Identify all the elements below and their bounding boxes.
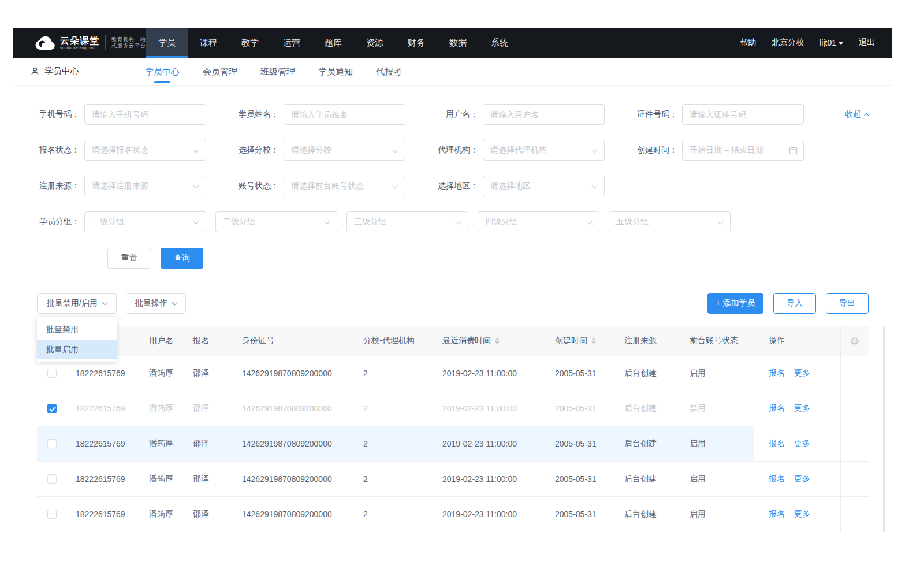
export-button[interactable]: 导出 bbox=[826, 293, 869, 314]
cell-enroll: 邵泽 bbox=[184, 356, 233, 391]
search-button[interactable]: 查询 bbox=[161, 248, 203, 269]
menu-item-resources[interactable]: 资源 bbox=[354, 28, 396, 58]
table-row: 18222615769 潘筠厚 邵泽 14262919870809200000 … bbox=[37, 356, 869, 391]
row-checkbox[interactable] bbox=[47, 369, 57, 378]
header-actions: 操作 bbox=[754, 326, 840, 356]
more-link[interactable]: 更多 bbox=[794, 403, 810, 414]
created-time-label: 创建时间： bbox=[634, 145, 677, 155]
group-level4-select[interactable]: 四级分组 bbox=[478, 211, 599, 232]
student-name-label: 学员姓名： bbox=[235, 109, 279, 120]
import-button[interactable]: 导入 bbox=[773, 293, 816, 314]
sort-icon[interactable] bbox=[495, 337, 500, 344]
menu-item-question-bank[interactable]: 题库 bbox=[312, 28, 354, 58]
section-tabs: 学员中心 会员管理 班级管理 学员通知 代报考 bbox=[145, 58, 402, 85]
help-link[interactable]: 帮助 bbox=[740, 38, 756, 48]
more-link[interactable]: 更多 bbox=[794, 368, 810, 378]
tab-student-notice[interactable]: 学员通知 bbox=[318, 58, 353, 85]
account-status-select[interactable]: 请选择前台账号状态 bbox=[284, 176, 405, 196]
more-link[interactable]: 更多 bbox=[794, 509, 810, 519]
user-menu[interactable]: lijt01 bbox=[819, 38, 843, 47]
vertical-scrollbar[interactable] bbox=[883, 326, 885, 532]
cell-phone: 18222615769 bbox=[66, 391, 140, 426]
row-checkbox[interactable] bbox=[47, 439, 57, 448]
cell-status: 禁用 bbox=[680, 391, 754, 426]
cell-idcard: 14262919870809200000 bbox=[233, 497, 354, 532]
cell-last-consume: 2019-02-23 11:00:00 bbox=[433, 497, 546, 532]
tab-class-management[interactable]: 班级管理 bbox=[260, 58, 295, 85]
cell-phone: 18222615769 bbox=[66, 426, 140, 461]
menu-item-courses[interactable]: 课程 bbox=[188, 28, 229, 58]
agency-select[interactable]: 请选择代理机构 bbox=[483, 140, 605, 161]
batch-actions-dropdown[interactable]: 批量操作 bbox=[126, 293, 186, 314]
batch-dropdown-menu: 批量禁用 批量启用 bbox=[37, 317, 117, 362]
add-student-button[interactable]: + 添加学员 bbox=[707, 293, 763, 314]
chevron-down-icon bbox=[592, 147, 598, 153]
menu-item-batch-disable[interactable]: 批量禁用 bbox=[37, 320, 117, 340]
username-input[interactable] bbox=[483, 104, 605, 125]
reset-button[interactable]: 重置 bbox=[107, 248, 151, 269]
menu-item-teaching[interactable]: 教学 bbox=[229, 28, 271, 58]
enroll-status-label: 报名状态： bbox=[36, 145, 80, 155]
chevron-down-icon bbox=[587, 219, 593, 225]
menu-item-data[interactable]: 数据 bbox=[437, 28, 479, 58]
collapse-filters-link[interactable]: 收起 bbox=[845, 109, 869, 120]
group-level3-select[interactable]: 三级分组 bbox=[346, 211, 468, 232]
enroll-link[interactable]: 报名 bbox=[769, 509, 785, 519]
chevron-down-icon bbox=[456, 219, 461, 225]
enroll-link[interactable]: 报名 bbox=[769, 368, 785, 378]
menu-item-system[interactable]: 系统 bbox=[479, 28, 520, 58]
topbar-right: 帮助 北京分校 lijt01 退出 bbox=[740, 28, 892, 58]
enroll-status-select[interactable]: 请选择报名状态 bbox=[84, 140, 206, 161]
phone-input[interactable] bbox=[84, 104, 206, 125]
agency-label: 代理机构： bbox=[434, 145, 478, 155]
cell-phone: 18222615769 bbox=[66, 462, 140, 496]
cell-enroll: 邵泽 bbox=[184, 497, 233, 532]
menu-item-finance[interactable]: 财务 bbox=[396, 28, 437, 58]
account-status-label: 账号状态： bbox=[235, 181, 279, 191]
reg-source-select[interactable]: 请选择注册来源 bbox=[84, 176, 206, 196]
student-name-input[interactable] bbox=[284, 104, 405, 125]
filter-panel: 手机号码： 学员姓名： 用户名： 证件号码： 收起 报名状态： bbox=[13, 86, 892, 269]
menu-item-batch-enable[interactable]: 批量启用 bbox=[37, 340, 117, 359]
menu-item-operations[interactable]: 运营 bbox=[271, 28, 312, 58]
branch-select[interactable]: 请选择分校 bbox=[284, 140, 405, 161]
enroll-link[interactable]: 报名 bbox=[769, 474, 785, 484]
tab-member-management[interactable]: 会员管理 bbox=[203, 58, 237, 85]
chevron-down-icon bbox=[193, 219, 199, 225]
group-level2-select[interactable]: 二级分组 bbox=[215, 211, 337, 232]
branch-switcher[interactable]: 北京分校 bbox=[772, 38, 804, 48]
gear-icon[interactable]: ⚙ bbox=[850, 335, 859, 347]
tab-student-center[interactable]: 学员中心 bbox=[145, 58, 180, 85]
caret-down-icon bbox=[839, 42, 843, 45]
cell-last-consume: 2019-02-23 11:00:00 bbox=[433, 356, 546, 391]
brand-tagline: 教育机构一站 式服务云平台 bbox=[111, 36, 146, 49]
group-level5-select[interactable]: 五级分组 bbox=[609, 211, 731, 232]
row-checkbox[interactable] bbox=[47, 510, 57, 519]
date-range-picker[interactable]: 开始日期 – 结束日期 bbox=[682, 140, 804, 161]
sub-navbar: 学员中心 学员中心 会员管理 班级管理 学员通知 代报考 bbox=[13, 58, 892, 86]
row-checkbox[interactable] bbox=[47, 474, 57, 484]
student-icon bbox=[30, 66, 40, 76]
header-username: 用户名 bbox=[140, 326, 184, 356]
menu-item-students[interactable]: 学员 bbox=[146, 28, 188, 58]
cell-source: 后台创建 bbox=[615, 356, 680, 391]
app-window: 云朵课堂 yunduoketang.com 教育机构一站 式服务云平台 学员 课… bbox=[13, 28, 892, 532]
cell-branch: 2 bbox=[354, 391, 433, 426]
batch-enable-disable-dropdown[interactable]: 批量禁用/启用 bbox=[37, 293, 117, 314]
cert-number-input[interactable] bbox=[682, 104, 804, 125]
cert-number-label: 证件号码： bbox=[634, 109, 677, 120]
region-select[interactable]: 请选择地区 bbox=[483, 176, 605, 196]
more-link[interactable]: 更多 bbox=[794, 439, 810, 449]
cell-last-consume: 2019-02-23 11:00:00 bbox=[433, 391, 546, 426]
enroll-link[interactable]: 报名 bbox=[769, 439, 785, 449]
more-link[interactable]: 更多 bbox=[794, 474, 810, 484]
row-checkbox-checked[interactable] bbox=[47, 404, 57, 413]
group-level1-select[interactable]: 一级分组 bbox=[84, 211, 206, 232]
brand-logo[interactable]: 云朵课堂 yunduoketang.com 教育机构一站 式服务云平台 bbox=[13, 28, 146, 58]
enroll-link[interactable]: 报名 bbox=[769, 403, 785, 414]
cell-last-consume: 2019-02-23 11:00:00 bbox=[433, 462, 546, 496]
tab-proxy-exam[interactable]: 代报考 bbox=[376, 58, 402, 85]
logout-link[interactable]: 退出 bbox=[859, 38, 875, 48]
header-branch-agency: 分校-代理机构 bbox=[354, 326, 433, 356]
sort-icon[interactable] bbox=[591, 337, 596, 344]
